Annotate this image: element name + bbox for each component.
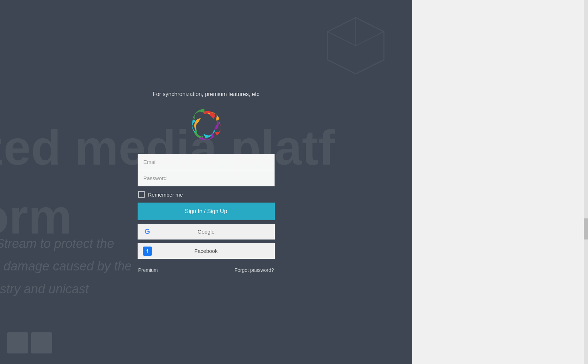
tagline: For synchronization, premium features, e…	[153, 91, 259, 97]
email-input[interactable]	[138, 154, 274, 170]
remember-me-row: Remember me	[138, 191, 275, 198]
remember-label[interactable]: Remember me	[148, 192, 183, 198]
google-label: Google	[143, 229, 269, 235]
background-decoration	[321, 11, 391, 81]
remember-checkbox[interactable]	[138, 191, 145, 198]
forgot-password-link[interactable]: Forgot password?	[234, 267, 274, 273]
background-thumbnails	[7, 332, 52, 353]
app-logo	[185, 104, 227, 147]
background-subtext: ce Stream to protect the uge damage caus…	[0, 232, 132, 301]
login-container: For synchronization, premium features, e…	[138, 91, 275, 273]
form-fields-container	[138, 154, 275, 186]
svg-line-2	[328, 32, 356, 46]
password-input[interactable]	[138, 170, 274, 186]
facebook-icon: f	[143, 246, 152, 256]
scrollbar-track[interactable]	[584, 0, 588, 364]
svg-line-3	[356, 32, 384, 46]
premium-link[interactable]: Premium	[138, 267, 158, 273]
footer-links: Premium Forgot password?	[138, 267, 275, 273]
thumbnail-1	[7, 332, 28, 353]
thumbnail-2	[31, 332, 52, 353]
right-panel	[412, 0, 588, 364]
scrollbar-thumb[interactable]	[584, 218, 588, 240]
google-signin-button[interactable]: G Google	[138, 224, 275, 240]
google-icon: G	[143, 227, 152, 237]
signin-button[interactable]: Sign In / Sign Up	[138, 203, 275, 220]
main-background: zed media platform ce Stream to protect …	[0, 0, 412, 364]
facebook-label: Facebook	[143, 248, 269, 254]
facebook-signin-button[interactable]: f Facebook	[138, 243, 275, 259]
